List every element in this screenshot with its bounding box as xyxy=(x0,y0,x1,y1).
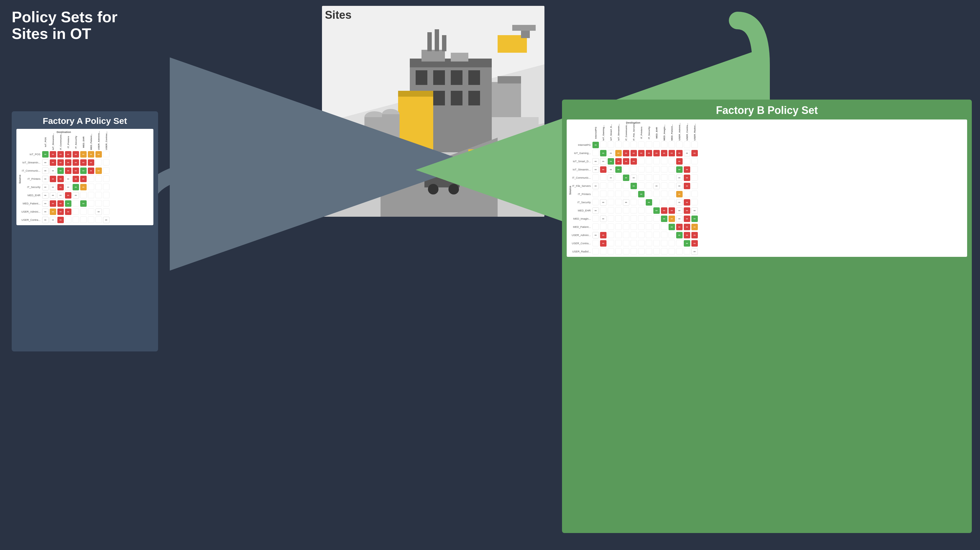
svg-rect-28 xyxy=(492,117,539,140)
svg-rect-11 xyxy=(451,91,463,105)
svg-rect-16 xyxy=(435,29,439,51)
factory-b-panel: Factory B Policy Set DestinationSourceIn… xyxy=(562,100,972,533)
factory-a-title: Factory A Policy Set xyxy=(16,116,153,126)
factory-b-title: Factory B Policy Set xyxy=(567,104,967,116)
svg-point-25 xyxy=(382,141,399,152)
svg-rect-8 xyxy=(468,70,480,85)
svg-point-32 xyxy=(428,184,439,194)
svg-rect-10 xyxy=(433,91,445,105)
factory-a-grid-container: DestinationSourceIoT_POSIoT_Streamin...I… xyxy=(16,129,153,225)
svg-point-36 xyxy=(484,158,492,166)
svg-point-35 xyxy=(470,158,478,166)
svg-rect-27 xyxy=(498,76,521,83)
svg-rect-18 xyxy=(398,94,433,152)
svg-rect-39 xyxy=(512,25,536,31)
svg-rect-6 xyxy=(433,70,445,85)
svg-rect-19 xyxy=(398,91,433,97)
svg-rect-5 xyxy=(416,70,427,85)
svg-rect-17 xyxy=(442,35,446,51)
svg-rect-15 xyxy=(427,32,432,51)
sites-label: Sites xyxy=(325,9,352,21)
factory-a-panel: Factory A Policy Set DestinationSourceIo… xyxy=(12,111,158,351)
svg-rect-13 xyxy=(422,50,445,62)
svg-rect-26 xyxy=(492,82,521,117)
svg-point-22 xyxy=(364,147,385,158)
factory-b-grid-container: DestinationSourceInternetPGIoT_Gaming...… xyxy=(567,120,967,257)
sites-box xyxy=(322,6,544,217)
svg-rect-12 xyxy=(468,91,480,105)
factory-b-grid: DestinationSourceInternetPGIoT_Gaming...… xyxy=(568,121,966,256)
page-title: Policy Sets for Sites in OT xyxy=(12,9,135,42)
factory-a-grid: DestinationSourceIoT_POSIoT_Streamin...I… xyxy=(18,130,152,224)
svg-point-33 xyxy=(449,184,459,194)
svg-rect-7 xyxy=(451,70,463,85)
svg-rect-14 xyxy=(451,53,468,62)
svg-rect-31 xyxy=(427,166,451,172)
